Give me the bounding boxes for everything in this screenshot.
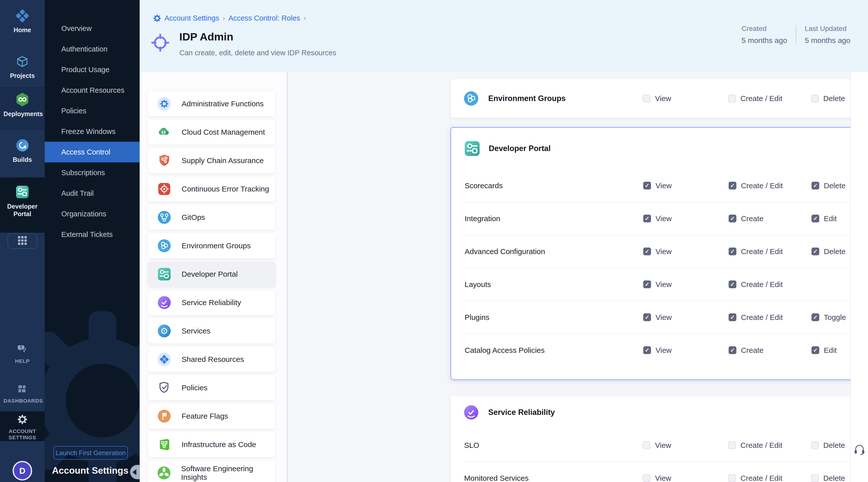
- permission-environment-groups-view[interactable]: View: [643, 94, 671, 103]
- permission-advanced-configuration-create-edit[interactable]: Create / Edit: [728, 247, 783, 256]
- breadcrumb: Account Settings › Access Control: Roles…: [153, 14, 306, 22]
- permission-plugins-create-edit[interactable]: Create / Edit: [728, 313, 783, 322]
- checkbox-create-icon[interactable]: [728, 346, 736, 354]
- permission-label: Toggle: [824, 313, 846, 322]
- breadcrumb-account-settings[interactable]: Account Settings: [164, 14, 219, 22]
- permission-plugins-toggle[interactable]: Toggle: [811, 313, 846, 322]
- permission-slo-view[interactable]: View: [643, 441, 671, 450]
- checkbox-create-edit-icon[interactable]: [728, 474, 736, 482]
- resource-card-policies[interactable]: Policies: [148, 375, 276, 400]
- checkbox-create-edit-icon[interactable]: [728, 182, 736, 189]
- checkbox-view-icon[interactable]: [643, 182, 651, 189]
- checkbox-delete-icon[interactable]: [811, 247, 819, 255]
- checkbox-delete-icon[interactable]: [811, 441, 819, 449]
- permission-monitored-services-view[interactable]: View: [643, 474, 671, 482]
- permission-layouts-view[interactable]: View: [643, 280, 672, 289]
- permission-monitored-services-create-edit[interactable]: Create / Edit: [728, 474, 782, 482]
- checkbox-view-icon[interactable]: [643, 313, 651, 321]
- nav-item-organizations[interactable]: Organizations: [45, 204, 140, 224]
- nav-item-policies[interactable]: Policies: [45, 100, 140, 121]
- nav-item-freeze-windows[interactable]: Freeze Windows: [45, 121, 140, 142]
- permission-environment-groups-delete[interactable]: Delete: [811, 94, 845, 103]
- user-avatar[interactable]: D: [12, 461, 32, 481]
- resource-card-environment-groups[interactable]: Environment Groups: [148, 233, 276, 258]
- resource-card-administrative-functions[interactable]: Administrative Functions: [148, 91, 276, 116]
- checkbox-delete-icon[interactable]: [811, 95, 819, 102]
- permission-layouts-create-edit[interactable]: Create / Edit: [728, 280, 783, 289]
- permission-scorecards-view[interactable]: View: [643, 181, 672, 190]
- nav-item-subscriptions[interactable]: Subscriptions: [45, 162, 140, 183]
- checkbox-toggle-icon[interactable]: [811, 313, 819, 321]
- nav-item-external-tickets[interactable]: External Tickets: [45, 224, 140, 245]
- nav-item-account-resources[interactable]: Account Resources: [45, 80, 140, 100]
- resource-card-continuous-error-tracking[interactable]: Continuous Error Tracking: [148, 176, 276, 202]
- resource-card-infrastructure-as-code[interactable]: Infrastructure as Code: [148, 432, 276, 457]
- created-value: 5 months ago: [741, 36, 787, 45]
- permission-label: Create / Edit: [741, 280, 783, 289]
- resource-card-service-reliability[interactable]: Service Reliability: [148, 290, 276, 315]
- permission-scorecards-delete[interactable]: Delete: [811, 181, 846, 190]
- nav-item-audit-trail[interactable]: Audit Trail: [45, 183, 140, 204]
- checkbox-create-edit-icon[interactable]: [728, 247, 736, 255]
- resource-card-services[interactable]: Services: [148, 319, 276, 343]
- permission-environment-groups-create-edit[interactable]: Create / Edit: [728, 94, 782, 103]
- policies-icon: [157, 381, 172, 395]
- checkbox-edit-icon[interactable]: [811, 215, 819, 222]
- checkbox-create-icon[interactable]: [728, 215, 736, 222]
- nav-item-authentication[interactable]: Authentication: [45, 39, 140, 59]
- rail-item-help[interactable]: ?HELP: [0, 344, 45, 364]
- breadcrumb-access-control-roles[interactable]: Access Control: Roles: [228, 14, 300, 22]
- nav-item-overview[interactable]: Overview: [45, 18, 140, 39]
- checkbox-view-icon[interactable]: [643, 247, 651, 255]
- rail-item-projects[interactable]: Projects: [0, 55, 45, 80]
- launch-first-generation-button[interactable]: Launch First Generation: [54, 446, 128, 460]
- module-picker-button[interactable]: [7, 233, 37, 249]
- checkbox-create-edit-icon[interactable]: [728, 313, 736, 321]
- resource-card-cloud-cost-management[interactable]: $Cloud Cost Management: [148, 120, 276, 145]
- permission-integration-view[interactable]: View: [643, 214, 672, 223]
- checkbox-view-icon[interactable]: [643, 280, 651, 288]
- rail-item-dashboards[interactable]: DASHBOARDS: [0, 384, 45, 404]
- permission-advanced-configuration-delete[interactable]: Delete: [811, 247, 846, 256]
- checkbox-create-edit-icon[interactable]: [728, 95, 736, 102]
- permission-integration-edit[interactable]: Edit: [811, 214, 837, 223]
- resource-card-shared-resources[interactable]: Shared Resources: [148, 347, 276, 372]
- checkbox-delete-icon[interactable]: [811, 182, 819, 189]
- checkbox-view-icon[interactable]: [643, 441, 651, 449]
- permission-integration-create[interactable]: Create: [728, 214, 764, 223]
- permissions-panel: Environment GroupsViewCreate / EditDelet…: [287, 72, 868, 482]
- rail-item-account-settings[interactable]: ACCOUNT SETTINGS: [0, 411, 45, 441]
- resource-card-developer-portal[interactable]: Developer Portal: [148, 262, 276, 287]
- rail-item-builds[interactable]: Builds: [0, 138, 45, 163]
- permission-label: Create / Edit: [740, 94, 782, 103]
- checkbox-view-icon[interactable]: [643, 95, 651, 102]
- permission-slo-delete[interactable]: Delete: [811, 441, 845, 450]
- rail-item-deployments[interactable]: Deployments: [0, 86, 45, 131]
- permission-monitored-services-delete[interactable]: Delete: [811, 474, 845, 482]
- checkbox-edit-icon[interactable]: [811, 346, 819, 354]
- checkbox-delete-icon[interactable]: [811, 474, 819, 482]
- checkbox-view-icon[interactable]: [643, 346, 651, 354]
- permission-catalog-access-policies-edit[interactable]: Edit: [811, 346, 837, 355]
- scrollbar-track[interactable]: [850, 72, 868, 482]
- rail-item-developer-portal[interactable]: Developer Portal: [0, 177, 45, 233]
- checkbox-create-edit-icon[interactable]: [728, 280, 736, 288]
- resource-card-gitops[interactable]: GitOps: [148, 205, 276, 230]
- rail-item-home[interactable]: Home: [0, 9, 45, 34]
- resource-card-supply-chain-assurance[interactable]: Supply Chain Assurance: [148, 148, 276, 173]
- nav-item-product-usage[interactable]: Product Usage: [45, 59, 140, 80]
- checkbox-view-icon[interactable]: [643, 474, 651, 482]
- resource-card-software-engineering-insights[interactable]: Software Engineering Insights: [148, 460, 276, 482]
- permission-plugins-view[interactable]: View: [643, 313, 672, 322]
- nav-item-access-control[interactable]: Access Control: [45, 142, 140, 162]
- checkbox-view-icon[interactable]: [643, 215, 651, 222]
- permission-advanced-configuration-view[interactable]: View: [643, 247, 672, 256]
- headset-icon[interactable]: [853, 443, 866, 456]
- resource-card-feature-flags[interactable]: Feature Flags: [148, 403, 276, 429]
- checkbox-create-edit-icon[interactable]: [728, 441, 736, 449]
- permission-catalog-access-policies-create[interactable]: Create: [728, 346, 764, 355]
- permission-catalog-access-policies-view[interactable]: View: [643, 346, 672, 355]
- permission-scorecards-create-edit[interactable]: Create / Edit: [728, 181, 783, 190]
- last-updated-value: 5 months ago: [805, 36, 850, 45]
- permission-slo-create-edit[interactable]: Create / Edit: [728, 441, 782, 450]
